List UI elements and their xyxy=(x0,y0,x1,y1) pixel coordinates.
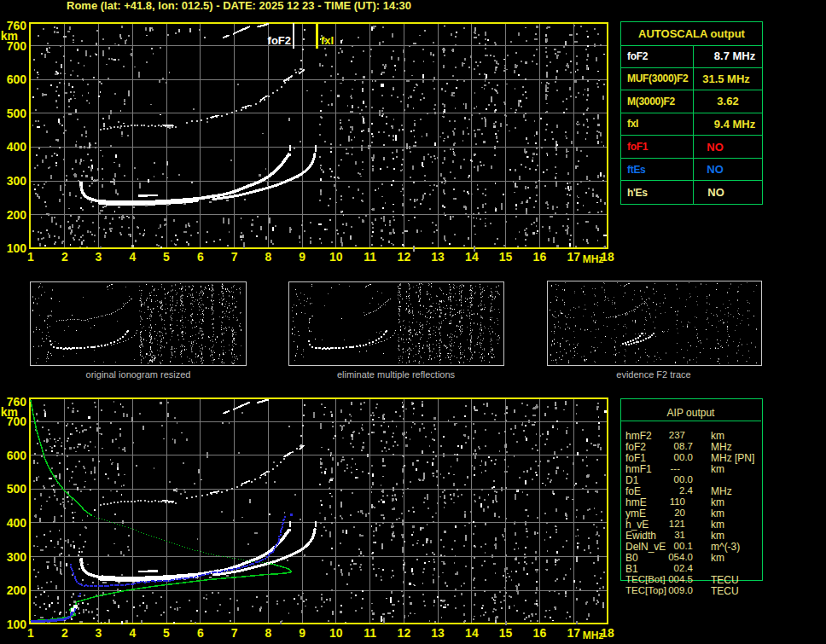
svg-text:300: 300 xyxy=(7,174,27,188)
svg-text:km: km xyxy=(1,29,18,43)
svg-text:12: 12 xyxy=(398,626,411,640)
svg-text:500: 500 xyxy=(7,482,27,496)
svg-text:km: km xyxy=(1,405,18,419)
svg-text:300: 300 xyxy=(7,550,27,564)
svg-text:17: 17 xyxy=(567,250,580,264)
svg-text:12: 12 xyxy=(398,250,411,264)
svg-text:13: 13 xyxy=(431,626,445,640)
svg-text:7: 7 xyxy=(231,250,238,264)
svg-text:9: 9 xyxy=(299,626,305,640)
svg-text:10: 10 xyxy=(329,626,343,640)
svg-text:9: 9 xyxy=(299,250,305,264)
svg-text:500: 500 xyxy=(7,107,27,120)
svg-text:3: 3 xyxy=(96,250,102,264)
svg-text:15: 15 xyxy=(499,626,513,640)
svg-text:100: 100 xyxy=(7,241,27,255)
svg-text:8: 8 xyxy=(265,250,271,264)
svg-text:1: 1 xyxy=(27,250,34,264)
svg-text:400: 400 xyxy=(7,140,27,154)
svg-text:11: 11 xyxy=(364,626,376,640)
svg-text:100: 100 xyxy=(7,618,27,631)
svg-text:600: 600 xyxy=(7,73,27,86)
svg-text:6: 6 xyxy=(197,250,204,264)
svg-text:600: 600 xyxy=(7,449,27,462)
svg-text:10: 10 xyxy=(329,250,343,264)
svg-text:400: 400 xyxy=(7,516,27,530)
svg-text:1: 1 xyxy=(27,626,34,640)
svg-text:17: 17 xyxy=(567,626,580,640)
svg-text:6: 6 xyxy=(197,626,204,640)
svg-text:13: 13 xyxy=(431,250,445,264)
svg-text:7: 7 xyxy=(231,626,238,640)
svg-text:15: 15 xyxy=(499,250,513,264)
svg-text:11: 11 xyxy=(364,250,376,264)
svg-text:2: 2 xyxy=(61,250,68,264)
svg-text:2: 2 xyxy=(61,626,68,640)
svg-text:4: 4 xyxy=(129,250,136,264)
svg-text:foF2: foF2 xyxy=(268,34,291,47)
svg-text:MHz: MHz xyxy=(583,253,604,265)
svg-text:16: 16 xyxy=(533,626,547,640)
svg-text:16: 16 xyxy=(533,250,547,264)
svg-text:14: 14 xyxy=(465,626,479,640)
svg-text:5: 5 xyxy=(163,626,170,640)
svg-text:200: 200 xyxy=(7,583,27,597)
svg-text:fxI: fxI xyxy=(321,34,334,47)
svg-text:200: 200 xyxy=(7,208,27,222)
svg-text:4: 4 xyxy=(129,626,136,640)
svg-text:14: 14 xyxy=(465,250,479,264)
svg-text:MHz: MHz xyxy=(583,629,604,641)
svg-text:5: 5 xyxy=(163,250,170,264)
svg-text:8: 8 xyxy=(265,626,271,640)
svg-text:3: 3 xyxy=(96,626,102,640)
